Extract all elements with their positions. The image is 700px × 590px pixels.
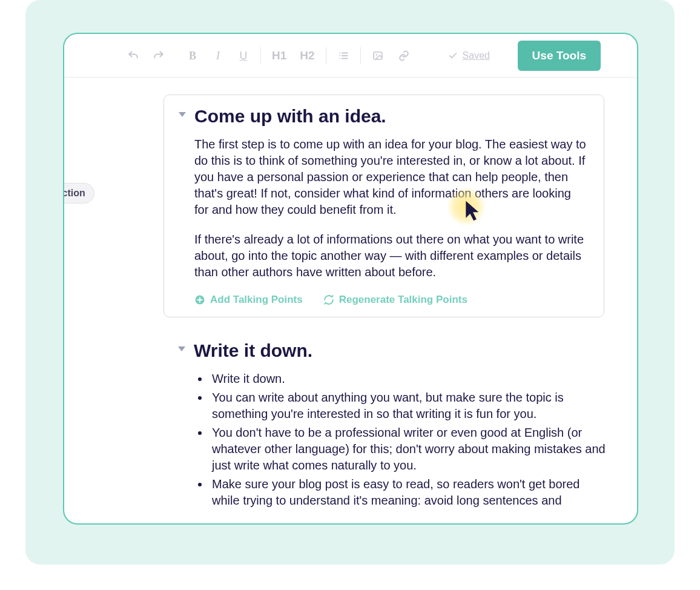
collapse-toggle[interactable] [177,345,187,353]
section-title[interactable]: Come up with an idea. [194,106,587,127]
add-talking-points-button[interactable]: Add Talking Points [194,294,303,306]
toolbar: B I U H1 H2 [64,34,637,78]
h2-button[interactable]: H2 [300,50,314,61]
use-tools-button[interactable]: Use Tools [518,41,601,71]
h1-button[interactable]: H1 [272,50,286,61]
section-bullets[interactable]: Write it down. You can write about anyth… [194,371,606,509]
saved-label: Saved [463,50,490,61]
svg-point-7 [375,54,377,55]
section-card-1[interactable]: Come up with an idea. The first step is … [163,94,604,317]
regenerate-talking-points-button[interactable]: Regenerate Talking Points [323,294,467,306]
bold-button[interactable]: B [187,50,199,61]
editor-card: B I U H1 H2 [63,33,638,525]
list-item[interactable]: Make sure your blog post is easy to read… [210,476,606,509]
section-card-2[interactable]: Write it down. Write it down. You can wr… [194,340,606,509]
section-paragraph[interactable]: If there's already a lot of informations… [194,231,587,280]
list-item[interactable]: Write it down. [210,371,606,387]
svg-point-5 [339,58,340,59]
collapse-toggle[interactable] [177,111,187,118]
list-item[interactable]: You can write about anything you want, b… [210,389,606,422]
link-button[interactable] [397,50,411,61]
section-body[interactable]: The first step is to come up with an ide… [194,136,587,280]
undo-button[interactable] [127,50,139,62]
italic-button[interactable]: I [212,50,224,61]
chevron-down-icon [177,111,187,118]
plus-circle-icon [194,294,205,305]
svg-marker-10 [178,346,185,351]
section-title[interactable]: Write it down. [194,340,606,361]
saved-status: Saved [448,50,490,61]
refresh-icon [323,294,334,305]
list-button[interactable] [337,50,349,61]
svg-point-4 [339,55,340,56]
list-item[interactable]: You don't have to be a professional writ… [210,425,606,474]
chevron-down-icon [177,345,187,353]
check-icon [448,51,458,61]
svg-marker-8 [179,112,186,117]
section-paragraph[interactable]: The first step is to come up with an ide… [194,136,587,218]
section-pill: Section [63,183,94,204]
svg-point-3 [339,52,340,53]
redo-button[interactable] [153,50,165,62]
underline-button[interactable]: U [237,50,249,61]
image-button[interactable] [372,50,384,61]
